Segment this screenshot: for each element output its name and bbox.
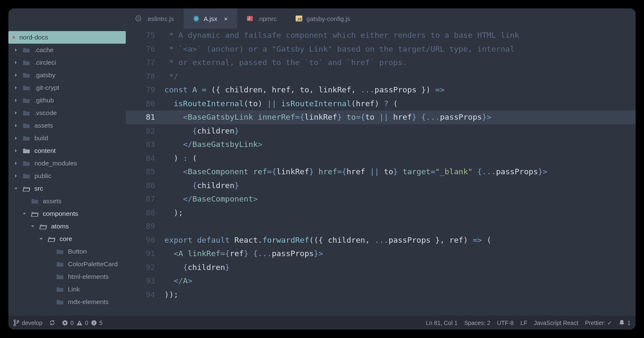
code-line[interactable]: 88 ); — [126, 206, 636, 220]
code-line[interactable]: 89 — [126, 220, 636, 233]
folder-icon — [23, 84, 30, 91]
folder-icon — [23, 173, 30, 179]
chevron-icon — [13, 60, 18, 65]
root-label: nord-docs — [19, 34, 48, 41]
tree-label: .git-crypt — [34, 84, 59, 92]
code-line[interactable]: 82 {children} — [126, 124, 636, 138]
tab-label: gatsby-config.js — [306, 15, 350, 22]
tree-label: core — [60, 235, 72, 243]
tree-item--circleci[interactable]: .circleci — [8, 56, 126, 69]
line-number: 79 — [126, 83, 164, 97]
tab-gatsby-config-js[interactable]: JSgatsby-config.js — [286, 8, 360, 29]
code-content: </BaseGatsbyLink> — [164, 138, 636, 152]
tree-item-core[interactable]: core — [8, 233, 126, 245]
tree-item-assets[interactable]: assets — [8, 119, 126, 132]
code-line[interactable]: 76 * `<a>` (anchor) or a "Gatsby Link" b… — [126, 42, 636, 56]
code-line[interactable]: 90export default React.forwardRef(({ chi… — [126, 233, 636, 247]
code-content: export default React.forwardRef(({ child… — [164, 233, 636, 247]
code-content: * `<a>` (anchor) or a "Gatsby Link" base… — [164, 42, 636, 56]
line-number: 84 — [126, 152, 164, 165]
prettier-status[interactable]: Prettier: ✓ — [585, 320, 612, 326]
code-line[interactable]: 92 {children} — [126, 261, 636, 275]
file-explorer: nord-docs .cache.circleci.gatsby.git-cry… — [8, 8, 126, 316]
encoding[interactable]: UTF-8 — [497, 320, 514, 326]
chevron-icon — [13, 136, 18, 140]
tree-item-mdx-elements[interactable]: mdx-elements — [8, 296, 126, 308]
code-line[interactable]: 80 isRouteInternal(to) || isRouteInterna… — [126, 97, 636, 111]
folder-icon — [23, 47, 30, 53]
sync-button[interactable] — [49, 320, 55, 326]
cursor-position[interactable]: Ln 81, Col 1 — [426, 320, 458, 326]
tree-label: content — [34, 147, 56, 155]
tree-item-assets[interactable]: assets — [8, 195, 126, 207]
tree-label: .vscode — [34, 109, 57, 117]
tree-item--cache[interactable]: .cache — [8, 44, 126, 56]
code-content: <BaseGatsbyLink innerRef={linkRef} to={t… — [164, 110, 636, 124]
bell-icon — [619, 320, 625, 326]
tree-item--github[interactable]: .github — [8, 94, 126, 107]
svg-point-6 — [17, 320, 19, 322]
code-line[interactable]: 83 </BaseGatsbyLink> — [126, 138, 636, 152]
tree-item-public[interactable]: public — [8, 170, 126, 182]
code-line[interactable]: 78 */ — [126, 70, 636, 84]
line-number: 82 — [126, 124, 164, 138]
editor-tabs: .eslintrc.jsA.jsx×.npmrcJSgatsby-config.… — [126, 8, 636, 29]
tree-item-atoms[interactable]: atoms — [8, 220, 126, 233]
code-line[interactable]: 87 </BaseComponent> — [126, 192, 636, 206]
code-content — [164, 220, 636, 233]
code-line[interactable]: 79const A = ({ children, href, to, linkR… — [126, 83, 636, 97]
tree-item--gatsby[interactable]: .gatsby — [8, 69, 126, 81]
code-line[interactable]: 77 * or external, passed to the `to` and… — [126, 56, 636, 70]
indentation[interactable]: Spaces: 2 — [464, 320, 490, 326]
code-line[interactable]: 75 * A dynamic and failsafe component wh… — [126, 29, 636, 42]
code-content: {children} — [164, 179, 636, 193]
folder-icon — [23, 122, 30, 129]
problems[interactable]: 0 0 5 — [62, 320, 102, 326]
tab-a-jsx[interactable]: A.jsx× — [184, 8, 237, 29]
tree-item--git-crypt[interactable]: .git-crypt — [8, 81, 126, 94]
code-content: <A linkRef={ref} {...passProps}> — [164, 247, 636, 261]
close-tab-icon[interactable]: × — [224, 15, 228, 22]
tree-label: public — [34, 172, 52, 180]
code-line[interactable]: 85 <BaseComponent ref={linkRef} href={hr… — [126, 165, 636, 179]
code-line[interactable]: 81 <BaseGatsbyLink innerRef={linkRef} to… — [126, 110, 636, 124]
line-number: 92 — [126, 261, 164, 275]
line-number: 85 — [126, 165, 164, 179]
tree-item-components[interactable]: components — [8, 207, 126, 220]
tab--npmrc[interactable]: .npmrc — [237, 8, 286, 29]
warning-icon — [76, 320, 83, 326]
tree-item-link[interactable]: Link — [8, 283, 126, 296]
code-content: )); — [164, 288, 636, 302]
folder-icon — [56, 273, 64, 280]
tree-item-colorpalettecard[interactable]: ColorPaletteCard — [8, 258, 126, 270]
code-line[interactable]: 94)); — [126, 288, 636, 302]
code-line[interactable]: 86 {children} — [126, 179, 636, 193]
folder-open-icon — [23, 185, 30, 192]
tree-item--vscode[interactable]: .vscode — [8, 107, 126, 119]
tree-label: Link — [68, 286, 80, 293]
tree-item-content[interactable]: content — [8, 144, 126, 157]
folder-icon — [31, 198, 39, 204]
tree-label: assets — [34, 122, 53, 129]
tree-item-html-elements[interactable]: html-elements — [8, 270, 126, 283]
explorer-root[interactable]: nord-docs — [8, 31, 126, 44]
sync-icon — [49, 320, 55, 326]
git-branch[interactable]: develop — [13, 320, 42, 326]
tree-label: mdx-elements — [68, 298, 109, 306]
language-mode[interactable]: JavaScript React — [534, 320, 578, 326]
eol[interactable]: LF — [520, 320, 527, 326]
code-line[interactable]: 84 ) : ( — [126, 152, 636, 165]
line-number: 78 — [126, 70, 164, 84]
code-line[interactable]: 91 <A linkRef={ref} {...passProps}> — [126, 247, 636, 261]
tab--eslintrc-js[interactable]: .eslintrc.js — [126, 8, 184, 29]
tree-item-node-modules[interactable]: node_modules — [8, 157, 126, 170]
code-editor[interactable]: 75 * A dynamic and failsafe component wh… — [126, 29, 636, 316]
tree-item-button[interactable]: Button — [8, 245, 126, 258]
svg-rect-9 — [79, 324, 80, 325]
notifications[interactable]: 1 — [619, 320, 631, 326]
tree-item-build[interactable]: build — [8, 132, 126, 144]
code-line[interactable]: 93 </A> — [126, 274, 636, 288]
tree-item-src[interactable]: src — [8, 182, 126, 195]
folder-icon — [23, 97, 30, 104]
folder-icon — [56, 299, 64, 305]
